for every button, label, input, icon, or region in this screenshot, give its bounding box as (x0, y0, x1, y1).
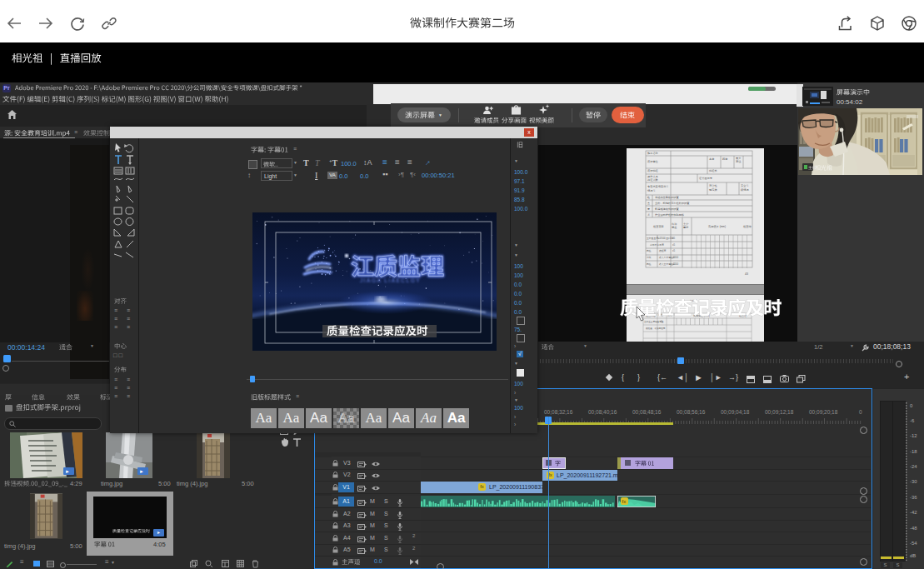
svg-text:情况等: 情况等 (647, 189, 656, 192)
svg-text:班组长: 班组长 (709, 169, 717, 172)
svg-text:规范类: 规范类 (709, 188, 717, 192)
svg-text:专项方案编审批等: 专项方案编审批等 (647, 185, 669, 188)
svg-text:高度: 高度 (709, 157, 715, 161)
svg-text:±5: ±5 (672, 243, 676, 247)
svg-text:立杆、扫地杆与支栏杆的设置: 立杆、扫地杆与支栏杆的设置 (655, 202, 690, 205)
svg-text:跨度: 跨度 (722, 157, 728, 161)
svg-text:安全等: 安全等 (741, 184, 749, 187)
svg-text:构造: 构造 (646, 262, 652, 266)
svg-text:检查项目: 检查项目 (653, 225, 664, 228)
svg-text:作业层防护栏杆和踢脚板: 作业层防护栏杆和踢脚板 (655, 213, 685, 217)
svg-text:级情况: 级情况 (741, 188, 749, 192)
svg-text:实测值及 (mm): 实测值及 (mm) (708, 225, 726, 228)
svg-text:基础底座垫板的设置: 基础底座垫板的设置 (655, 196, 680, 199)
svg-text:搭设单位: 搭设单位 (647, 160, 659, 163)
svg-text:►: ► (65, 469, 70, 474)
svg-text:构造: 构造 (646, 249, 652, 252)
svg-text:-5: -5 (672, 262, 675, 266)
svg-text:检查结: 检查结 (743, 225, 752, 228)
svg-text:斜撑或连墙件的设置: 斜撑或连墙件的设置 (654, 207, 680, 211)
svg-text:检: 检 (647, 196, 650, 199)
svg-text:求: 求 (647, 213, 650, 217)
svg-text:±5: ±5 (672, 237, 676, 240)
svg-text:横距差、搭设间距离: 横距差、搭设间距离 (646, 327, 666, 330)
svg-text:要: 要 (647, 207, 650, 211)
svg-text:横距度: 横距度 (659, 249, 667, 252)
svg-text:符合性: 符合性 (709, 184, 717, 187)
svg-text:查: 查 (647, 202, 650, 205)
svg-text:荷载: 荷载 (736, 160, 741, 163)
svg-text:证书登记号: 证书登记号 (699, 177, 713, 180)
svg-text:►: ► (139, 469, 144, 474)
svg-text:JIAGA LIAECLGY: JIAGA LIAECLGY (360, 277, 421, 283)
svg-text:43: 43 (745, 272, 748, 276)
svg-text:偏差: 偏差 (672, 226, 677, 229)
svg-text:优装: 优装 (647, 256, 652, 259)
svg-text:-5: -5 (672, 256, 675, 259)
svg-text:立杆垂直度≤1/500 且±100: 立杆垂直度≤1/500 且±100 (647, 237, 674, 240)
svg-text:搭设班组: 搭设班组 (647, 169, 659, 172)
svg-text:持证人数: 持证人数 (647, 178, 659, 182)
svg-text:要求: 要求 (683, 226, 689, 229)
svg-text:±5: ±5 (672, 249, 676, 252)
svg-text:搭入立杆偏差≥100: 搭入立杆偏差≥100 (659, 262, 678, 266)
svg-text:水平杆水平度: 水平杆水平度 (650, 243, 664, 247)
svg-text:搭入支杆偏差≥100: 搭入支杆偏差≥100 (659, 256, 678, 259)
svg-text:施工名称: 施工名称 (647, 152, 659, 155)
svg-text:fx: fx (622, 499, 627, 504)
